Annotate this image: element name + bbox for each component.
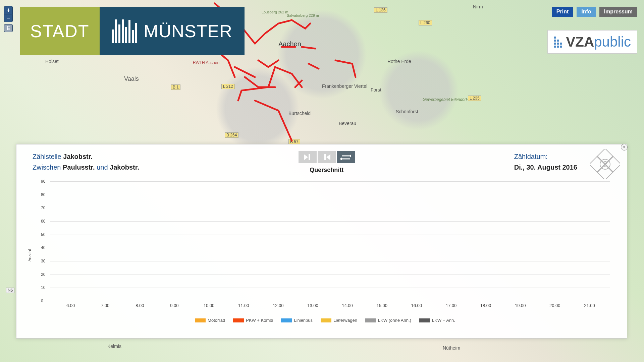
- x-tick: 10:00: [196, 303, 222, 308]
- map-label-holset: Holset: [45, 59, 59, 64]
- map-label-kelmis: Kelmis: [107, 344, 121, 349]
- chart-panel: × Zählstelle Jakobstr. Zwischen Paulusst…: [16, 144, 627, 339]
- both-directions-icon: [340, 154, 351, 161]
- nav-both-directions-button[interactable]: [337, 151, 355, 163]
- x-tick: 19:00: [507, 303, 533, 308]
- road-b57: B 57: [288, 139, 300, 144]
- nav-play-backward-button[interactable]: [318, 151, 336, 163]
- panel-header-left: Zählstelle Jakobstr. Zwischen Paulusstr.…: [33, 151, 139, 173]
- zaehldatum-value: Di., 30. August 2016: [514, 164, 577, 171]
- impressum-button[interactable]: Impressum: [599, 7, 637, 17]
- nav-play-forward-button[interactable]: [299, 151, 317, 163]
- y-tick: 0: [41, 299, 43, 303]
- legend-item: Lieferwagen: [321, 318, 357, 323]
- zoom-out-button[interactable]: −: [4, 14, 13, 22]
- y-tick: 70: [41, 205, 45, 210]
- x-tick: 7:00: [92, 303, 118, 308]
- road-b1: B 1: [171, 84, 180, 90]
- map-label-gewerbe: Gewerbegebiet Eilendorf-Süd: [423, 97, 475, 102]
- y-tick: 10: [41, 285, 45, 290]
- logo-right: MÜNSTER: [100, 7, 245, 55]
- stadt-muenster-logo: STADT MÜNSTER: [20, 7, 245, 55]
- svg-marker-2: [326, 154, 330, 160]
- map-label-forst: Forst: [371, 87, 381, 93]
- logo-bars-icon: [112, 19, 137, 43]
- y-tick: 20: [41, 272, 45, 277]
- print-button[interactable]: Print: [552, 7, 573, 17]
- legend-item: Motorrad: [195, 318, 225, 323]
- legend-label: PKW + Kombi: [246, 318, 273, 323]
- x-tick: 9:00: [161, 303, 187, 308]
- legend-swatch: [195, 318, 206, 322]
- y-tick: 30: [41, 259, 45, 263]
- road-b264: B 264: [225, 132, 238, 138]
- legend-label: LKW (ohne Anh.): [378, 318, 411, 323]
- map-label-frankenberger: Frankenberger Viertel: [322, 84, 367, 89]
- info-button[interactable]: Info: [577, 7, 596, 17]
- between-label-a: Zwischen: [33, 164, 63, 171]
- zaehldatum-label: Zähldatum:: [514, 151, 577, 162]
- legend-swatch: [365, 318, 376, 322]
- vza-text2: public: [594, 34, 631, 50]
- y-tick: 50: [41, 232, 45, 237]
- legend-item: PKW + Kombi: [233, 318, 273, 323]
- vza-dots-icon: [554, 37, 562, 48]
- between-label-b: und: [95, 164, 110, 171]
- legend-swatch: [321, 318, 331, 322]
- svg-rect-1: [309, 154, 310, 160]
- svg-marker-0: [304, 154, 308, 160]
- x-tick: 18:00: [473, 303, 499, 308]
- y-tick: 60: [41, 219, 45, 224]
- logo-right-text: MÜNSTER: [144, 21, 232, 41]
- play-forward-icon: [304, 154, 311, 160]
- y-tick: 40: [41, 245, 45, 250]
- map-label-lousberg: Lousberg 262 m: [262, 10, 288, 14]
- chart-legend: MotorradPKW + KombiLinienbusLieferwagenL…: [37, 318, 613, 323]
- svg-marker-5: [350, 155, 351, 157]
- x-tick: 11:00: [230, 303, 257, 308]
- svg-rect-3: [324, 154, 326, 160]
- road-l235: L 235: [468, 96, 481, 101]
- zoom-in-button[interactable]: +: [4, 6, 13, 14]
- vza-public-logo: VZApublic: [547, 30, 637, 54]
- x-tick: 21:00: [576, 303, 602, 308]
- legend-label: Motorrad: [208, 318, 225, 323]
- x-tick: 8:00: [127, 303, 153, 308]
- map-label-nutheim: Nütheim: [443, 345, 460, 351]
- legend-label: LKW + Anh.: [432, 318, 455, 323]
- svg-marker-7: [340, 158, 342, 160]
- x-tick: 6:00: [58, 303, 84, 308]
- map-label-beverau: Beverau: [339, 121, 356, 126]
- y-tick: 90: [41, 179, 45, 184]
- road-l212: L 212: [221, 84, 235, 89]
- panel-close-button[interactable]: ×: [621, 144, 628, 150]
- x-tick: 13:00: [300, 303, 326, 308]
- y-tick: 80: [41, 192, 45, 197]
- extent-button[interactable]: E: [4, 24, 13, 32]
- x-axis-ticks: 6:007:008:009:0010:0011:0012:0013:0014:0…: [50, 303, 610, 308]
- y-axis-label: Anzahl: [28, 249, 32, 262]
- legend-item: LKW (ohne Anh.): [365, 318, 411, 323]
- legend-swatch: [419, 318, 430, 322]
- zaehlstelle-label: Zählstelle: [33, 153, 63, 160]
- x-tick: 16:00: [404, 303, 430, 308]
- between-value-b: Jakobstr.: [110, 164, 139, 171]
- road-l260: L 260: [419, 20, 432, 25]
- legend-item: LKW + Anh.: [419, 318, 455, 323]
- compass-icon[interactable]: ?: [590, 149, 620, 179]
- map-label-vaals: Vaals: [124, 75, 139, 82]
- x-tick: 17:00: [438, 303, 464, 308]
- logo-left: STADT: [20, 7, 100, 55]
- map-label-burtscheid: Burtscheid: [288, 111, 311, 116]
- map-label-nirm: Nirm: [473, 4, 483, 9]
- x-tick: 20:00: [542, 303, 568, 308]
- road-n6: N6: [6, 288, 14, 293]
- legend-label: Linienbus: [294, 318, 313, 323]
- legend-swatch: [281, 318, 292, 322]
- between-value-a: Paulusstr.: [63, 164, 95, 171]
- x-tick: 14:00: [334, 303, 361, 308]
- zaehlstelle-value: Jakobstr.: [63, 153, 93, 160]
- panel-header-center: Querschnitt: [299, 151, 355, 174]
- map-label-rwth: RWTH Aachen: [193, 60, 219, 65]
- chart-plot-area: 0102030405060708090: [50, 181, 610, 301]
